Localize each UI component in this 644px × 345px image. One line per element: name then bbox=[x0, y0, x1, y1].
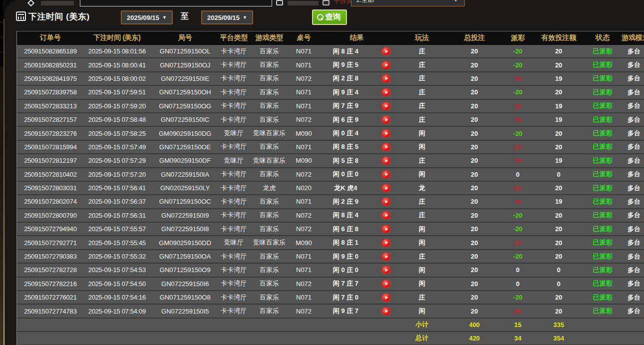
cell-round-id: GN071259150OC bbox=[150, 198, 220, 205]
cell-game-type: 百家乐 bbox=[248, 197, 292, 206]
replay-video-icon[interactable] bbox=[382, 294, 390, 301]
replay-video-icon[interactable] bbox=[382, 266, 390, 274]
result-text: 闲 8 庄 5 bbox=[317, 142, 375, 151]
cell-round-id: GN072259150I5 bbox=[150, 308, 220, 315]
cell-round-id: GM090259150DG bbox=[150, 130, 220, 137]
cell-bet-time: 2025-09-15 07:57:49 bbox=[84, 143, 150, 151]
cell-mode: 多台 bbox=[622, 142, 644, 151]
cell-status: 已派彩 bbox=[584, 170, 622, 179]
cell-status: 已派彩 bbox=[584, 238, 622, 247]
cell-game-type: 百家乐 bbox=[248, 170, 292, 179]
replay-video-icon[interactable] bbox=[382, 61, 390, 69]
replay-video-icon[interactable] bbox=[382, 102, 390, 110]
cell-mode: 多台 bbox=[622, 101, 644, 110]
result-text: 闲 6 庄 9 bbox=[317, 115, 375, 124]
cell-table-no: N071 bbox=[292, 266, 317, 274]
cell-table-no: M090 bbox=[292, 130, 317, 137]
cell-platform: 竞咪厅 bbox=[220, 129, 248, 138]
cell-round-id: GN020259150LY bbox=[150, 184, 220, 192]
cell-platform: 卡卡湾厅 bbox=[220, 197, 248, 206]
replay-video-icon[interactable] bbox=[382, 75, 390, 82]
cell-game-type: 竞咪百家乐 bbox=[248, 129, 292, 138]
cell-table-no: N071 bbox=[292, 102, 317, 110]
cell-total-bet: 20 bbox=[447, 102, 502, 110]
search-icon bbox=[317, 14, 323, 21]
chevron-down-icon: ▼ bbox=[243, 15, 247, 20]
replay-video-icon[interactable] bbox=[382, 253, 390, 260]
cell-total-bet: 20 bbox=[447, 253, 502, 260]
cell-play: 闲 bbox=[397, 279, 447, 288]
table-row: 2509150728397582025-09-15 07:59:51GN0712… bbox=[17, 86, 644, 99]
replay-video-icon[interactable] bbox=[382, 198, 390, 205]
cell-payout: 0 bbox=[502, 266, 534, 274]
cell-table-no: N072 bbox=[292, 116, 317, 123]
cell-valid-bet: 20 bbox=[534, 61, 584, 69]
cell-order-id: 250915072827157 bbox=[17, 116, 84, 123]
cell-valid-bet: 20 bbox=[534, 184, 584, 192]
replay-video-icon[interactable] bbox=[382, 116, 390, 123]
cell-platform: 卡卡湾厅 bbox=[220, 101, 248, 110]
cell-bet-time: 2025-09-15 07:59:51 bbox=[84, 88, 150, 96]
replay-video-icon[interactable] bbox=[382, 130, 390, 137]
background-window-edge bbox=[0, 0, 5, 345]
platform-type-dropdown[interactable]: 1.全部 ▼ bbox=[351, 0, 465, 6]
cell-game-type: 竞咪百家乐 bbox=[248, 238, 292, 247]
replay-video-icon[interactable] bbox=[382, 184, 390, 192]
cell-round-id: GN071259150OG bbox=[150, 102, 220, 110]
replay-video-icon[interactable] bbox=[382, 239, 390, 247]
replay-video-icon[interactable] bbox=[382, 280, 390, 288]
cell-play: 庄 bbox=[397, 60, 447, 69]
cell-total-bet: 20 bbox=[447, 143, 502, 151]
cell-bet-time: 2025-09-15 07:56:37 bbox=[84, 198, 150, 205]
cell-order-id: 250915072833213 bbox=[17, 102, 84, 110]
replay-video-icon[interactable] bbox=[382, 171, 390, 178]
cell-payout: 19 bbox=[502, 75, 534, 82]
table-row: 2509150728121972025-09-15 07:57:29GM0902… bbox=[17, 154, 644, 168]
replay-video-icon[interactable] bbox=[382, 157, 390, 164]
cell-table-no: N072 bbox=[292, 225, 317, 233]
cell-status: 已派彩 bbox=[584, 252, 622, 261]
cell-table-no: N071 bbox=[292, 294, 317, 301]
cell-table-no: N071 bbox=[292, 47, 317, 55]
cell-order-id: 250915072782216 bbox=[17, 280, 84, 288]
cell-platform: 卡卡湾厅 bbox=[220, 142, 248, 151]
cell-payout: 20 bbox=[502, 308, 534, 315]
cell-total-bet: 20 bbox=[447, 184, 502, 192]
replay-video-icon[interactable] bbox=[382, 143, 390, 151]
cell-order-id: 250915072810402 bbox=[17, 171, 84, 178]
cell-play: 闲 bbox=[397, 225, 447, 234]
cell-bet-time: 2025-09-15 07:55:32 bbox=[84, 253, 150, 260]
cell-total-bet: 20 bbox=[447, 212, 502, 219]
cell-order-id: 250915072782728 bbox=[17, 266, 84, 274]
replay-video-icon[interactable] bbox=[382, 88, 390, 96]
bet-records-table: 订单号 下注时间 (美东) 局号 平台类型 游戏类型 桌号 结果 玩法 总投注 … bbox=[16, 31, 644, 345]
cell-payout: -20 bbox=[502, 130, 534, 137]
cell-status: 已派彩 bbox=[584, 156, 622, 165]
cell-round-id: GN072259150I6 bbox=[150, 280, 220, 288]
replay-video-icon[interactable] bbox=[382, 212, 390, 219]
replay-video-icon[interactable] bbox=[382, 47, 390, 55]
cell-play: 龙 bbox=[397, 184, 447, 193]
date-to-select[interactable]: 2025/09/15 ▼ bbox=[201, 10, 253, 24]
cell-total-bet: 20 bbox=[447, 266, 502, 274]
cell-valid-bet: 20 bbox=[534, 225, 584, 233]
cell-status: 已派彩 bbox=[584, 115, 622, 124]
cell-valid-bet: 19 bbox=[534, 198, 584, 205]
subtotal-total-bet: 400 bbox=[447, 321, 502, 329]
replay-video-icon[interactable] bbox=[382, 225, 390, 233]
cell-mode: 多台 bbox=[622, 88, 644, 97]
cell-game-type: 百家乐 bbox=[248, 47, 292, 56]
cell-status: 已派彩 bbox=[584, 211, 622, 220]
cell-game-type: 百家乐 bbox=[248, 88, 292, 97]
member-search-input[interactable] bbox=[80, 0, 272, 6]
cell-mode: 多台 bbox=[622, 156, 644, 165]
cell-round-id: GN071259150OH bbox=[150, 88, 220, 96]
query-button[interactable]: 查询 bbox=[312, 9, 347, 25]
cell-platform: 卡卡湾厅 bbox=[220, 307, 248, 316]
cell-payout: -20 bbox=[502, 47, 534, 55]
date-from-select[interactable]: 2025/09/15 ▼ bbox=[121, 10, 173, 24]
chevron-down-icon: ▼ bbox=[162, 15, 167, 20]
cell-status: 已派彩 bbox=[584, 225, 622, 234]
header-status: 状态 bbox=[584, 33, 622, 42]
replay-video-icon[interactable] bbox=[382, 308, 390, 315]
